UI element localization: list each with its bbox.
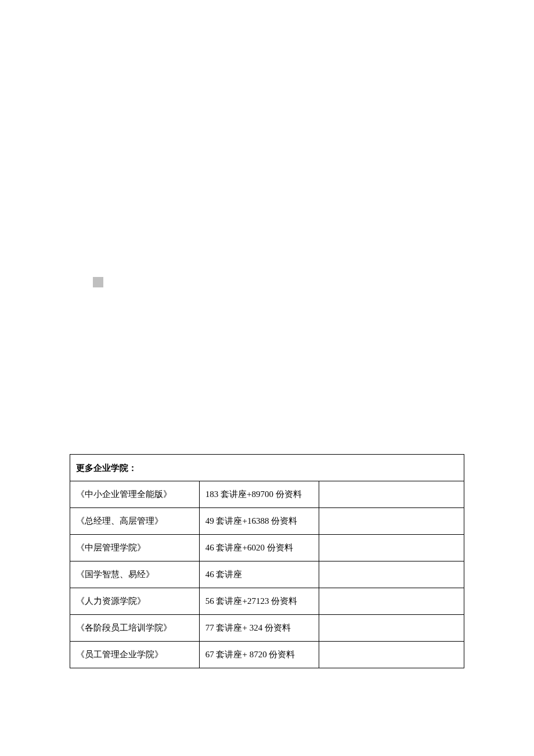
- empty-cell: [319, 642, 464, 668]
- institute-detail: 56 套讲座+27123 份资料: [199, 588, 319, 615]
- institute-detail: 49 套讲座+16388 份资料: [199, 508, 319, 535]
- institute-name: 《员工管理企业学院》: [70, 642, 200, 668]
- table-row: 《总经理、高层管理》 49 套讲座+16388 份资料: [70, 508, 464, 535]
- institute-name: 《中小企业管理全能版》: [70, 481, 200, 508]
- institute-name: 《各阶段员工培训学院》: [70, 615, 200, 642]
- table-row: 《各阶段员工培训学院》 77 套讲座+ 324 份资料: [70, 615, 464, 642]
- institute-detail: 77 套讲座+ 324 份资料: [199, 615, 319, 642]
- institute-detail: 183 套讲座+89700 份资料: [199, 481, 319, 508]
- table-row: 《人力资源学院》 56 套讲座+27123 份资料: [70, 588, 464, 615]
- square-bullet-marker: [93, 277, 103, 287]
- institute-name: 《人力资源学院》: [70, 588, 200, 615]
- empty-cell: [319, 615, 464, 642]
- empty-cell: [319, 481, 464, 508]
- table-header-row: 更多企业学院：: [70, 455, 464, 481]
- institute-detail: 46 套讲座+6020 份资料: [199, 535, 319, 561]
- empty-cell: [319, 508, 464, 535]
- table-row: 《员工管理企业学院》 67 套讲座+ 8720 份资料: [70, 642, 464, 668]
- institute-name: 《中层管理学院》: [70, 535, 200, 561]
- institutes-table: 更多企业学院： 《中小企业管理全能版》 183 套讲座+89700 份资料 《总…: [70, 454, 464, 668]
- empty-cell: [319, 561, 464, 588]
- empty-cell: [319, 588, 464, 615]
- institute-detail: 67 套讲座+ 8720 份资料: [199, 642, 319, 668]
- institutes-table-container: 更多企业学院： 《中小企业管理全能版》 183 套讲座+89700 份资料 《总…: [70, 454, 464, 668]
- institute-name: 《国学智慧、易经》: [70, 561, 200, 588]
- institute-name: 《总经理、高层管理》: [70, 508, 200, 535]
- institute-detail: 46 套讲座: [199, 561, 319, 588]
- table-row: 《中层管理学院》 46 套讲座+6020 份资料: [70, 535, 464, 561]
- table-row: 《中小企业管理全能版》 183 套讲座+89700 份资料: [70, 481, 464, 508]
- table-header-cell: 更多企业学院：: [70, 455, 464, 481]
- empty-cell: [319, 535, 464, 561]
- table-row: 《国学智慧、易经》 46 套讲座: [70, 561, 464, 588]
